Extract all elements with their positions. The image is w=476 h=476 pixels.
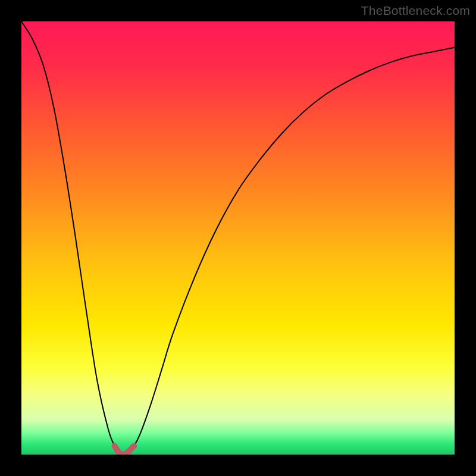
curve-line (21, 21, 455, 455)
bottleneck-curve (21, 21, 455, 455)
watermark-text: TheBottleneck.com (361, 4, 470, 18)
plot-frame (21, 21, 455, 455)
optimal-zone-marker (115, 446, 134, 455)
